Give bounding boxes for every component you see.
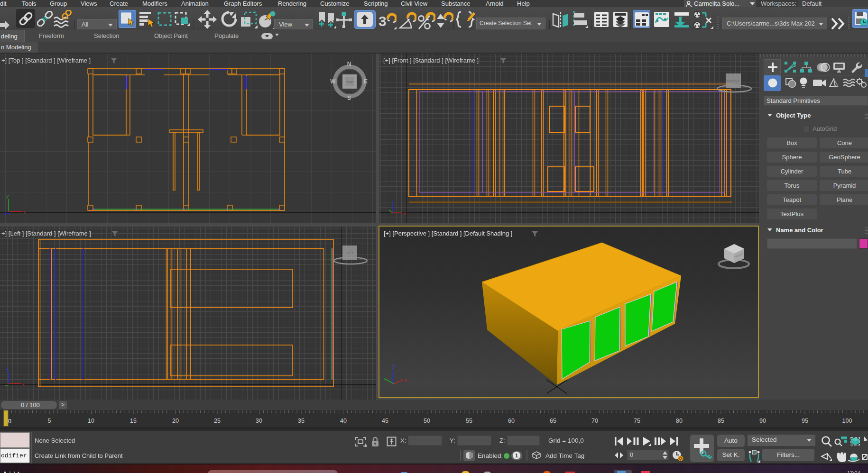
svg-text:+] [Left ] [Standard ] [Wirefr: +] [Left ] [Standard ] [Wireframe ] — [1, 230, 91, 237]
svg-text:FRONT: FRONT — [727, 79, 739, 83]
svg-text:35: 35 — [298, 418, 305, 424]
svg-text:5: 5 — [48, 418, 51, 424]
svg-text:55: 55 — [466, 418, 472, 424]
svg-text:z: z — [6, 365, 9, 371]
svg-text:20: 20 — [172, 418, 179, 424]
svg-text:+] [Top ] [Standard ] [Wirefra: +] [Top ] [Standard ] [Wireframe ] — [1, 57, 91, 64]
svg-text:[+] [Perspective ] [Standard ]: [+] [Perspective ] [Standard ] [Default … — [384, 230, 512, 237]
svg-text:3: 3 — [379, 13, 387, 29]
svg-text:z: z — [4, 210, 7, 216]
svg-text:0: 0 — [8, 418, 11, 425]
svg-text:95: 95 — [802, 418, 808, 424]
svg-text:85: 85 — [718, 418, 724, 424]
svg-text:15: 15 — [130, 418, 137, 424]
svg-text:100: 100 — [842, 418, 852, 424]
svg-text:30: 30 — [256, 418, 262, 424]
svg-text:25: 25 — [214, 418, 221, 424]
svg-text:S: S — [347, 95, 351, 101]
svg-text:90: 90 — [759, 418, 766, 424]
svg-text:y: y — [6, 193, 9, 199]
svg-text:75: 75 — [634, 418, 640, 424]
svg-text:70: 70 — [591, 418, 598, 424]
svg-text:45: 45 — [382, 418, 388, 424]
svg-text:x: x — [22, 381, 25, 387]
svg-text:x: x — [405, 377, 407, 383]
svg-text:65: 65 — [550, 418, 556, 424]
svg-text:E: E — [364, 78, 368, 85]
svg-text:x: x — [404, 210, 406, 216]
svg-text:x: x — [23, 209, 26, 215]
svg-text:Y: Y — [383, 377, 387, 382]
svg-text:50: 50 — [424, 418, 430, 424]
svg-text:N: N — [347, 61, 351, 67]
svg-text:LEFT: LEFT — [345, 251, 354, 255]
svg-text:60: 60 — [508, 418, 515, 424]
svg-text:W: W — [330, 78, 336, 85]
svg-text:[+] [Front ] [Standard ] [Wire: [+] [Front ] [Standard ] [Wireframe ] — [383, 57, 479, 64]
svg-text:10: 10 — [88, 418, 94, 424]
svg-text:80: 80 — [676, 418, 683, 424]
svg-text:40: 40 — [340, 418, 347, 424]
svg-text:TOP: TOP — [346, 81, 353, 84]
svg-text:Z: Z — [392, 364, 395, 370]
